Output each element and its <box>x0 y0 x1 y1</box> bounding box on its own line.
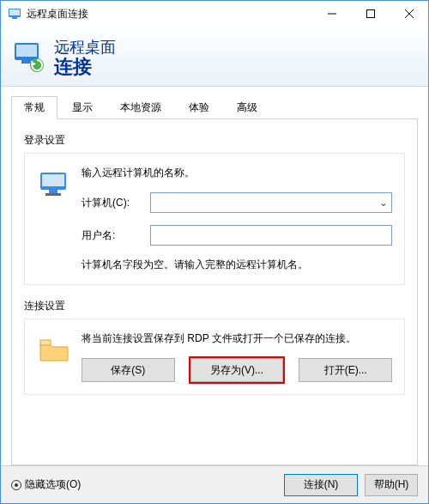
chevron-down-icon: ⌄ <box>379 197 388 209</box>
banner-title-2: 连接 <box>54 58 116 76</box>
minimize-button[interactable] <box>312 1 351 27</box>
save-button[interactable]: 保存(S) <box>82 358 175 382</box>
app-icon <box>8 7 21 21</box>
svg-rect-9 <box>21 60 32 64</box>
header-banner: 远程桌面 连接 <box>1 27 428 87</box>
svg-rect-4 <box>366 10 374 18</box>
close-button[interactable] <box>390 1 428 27</box>
svg-rect-14 <box>45 193 61 196</box>
svg-rect-1 <box>9 9 20 15</box>
connection-prompt: 将当前连接设置保存到 RDP 文件或打开一个已保存的连接。 <box>82 331 392 346</box>
svg-rect-15 <box>40 340 51 345</box>
username-label: 用户名: <box>82 228 150 243</box>
banner-title-1: 远程桌面 <box>54 37 116 58</box>
open-button[interactable]: 打开(E)... <box>299 358 392 382</box>
folder-icon <box>37 333 71 367</box>
window-buttons <box>312 1 428 27</box>
username-input[interactable] <box>150 225 392 246</box>
tab-display[interactable]: 显示 <box>59 96 106 118</box>
window-title: 远程桌面连接 <box>27 7 312 21</box>
computer-label: 计算机(C): <box>82 196 150 210</box>
collapse-up-icon <box>11 480 21 490</box>
tab-general[interactable]: 常规 <box>11 96 57 119</box>
svg-rect-8 <box>16 45 37 57</box>
login-prompt: 输入远程计算机的名称。 <box>82 166 392 180</box>
monitor-icon <box>37 167 71 202</box>
connect-button[interactable]: 连接(N) <box>284 474 358 496</box>
hide-options-label: 隐藏选项(O) <box>25 477 81 492</box>
connection-group: 将当前连接设置保存到 RDP 文件或打开一个已保存的连接。 保存(S) 另存为(… <box>24 319 405 395</box>
save-as-button[interactable]: 另存为(V)... <box>190 358 284 382</box>
login-group: 输入远程计算机的名称。 计算机(C): ⌄ 用户名: 计算机名字段为空。请输入完… <box>24 153 405 285</box>
svg-rect-13 <box>49 190 57 193</box>
tab-panel-general: 登录设置 输入远程计算机的名称。 计算机(C): ⌄ <box>11 119 418 465</box>
hide-options-toggle[interactable]: 隐藏选项(O) <box>11 477 277 492</box>
computer-combobox[interactable]: ⌄ <box>150 192 392 213</box>
svg-rect-12 <box>42 174 64 186</box>
rdp-large-icon <box>11 39 45 74</box>
maximize-button[interactable] <box>351 1 390 27</box>
tab-strip: 常规 显示 本地资源 体验 高级 <box>11 97 418 119</box>
tab-experience[interactable]: 体验 <box>176 96 222 118</box>
login-group-label: 登录设置 <box>24 133 405 148</box>
connection-group-label: 连接设置 <box>24 299 405 313</box>
tab-advanced[interactable]: 高级 <box>224 96 270 118</box>
tab-local-resources[interactable]: 本地资源 <box>107 96 174 118</box>
computer-empty-hint: 计算机名字段为空。请输入完整的远程计算机名。 <box>82 258 392 272</box>
footer: 隐藏选项(O) 连接(N) 帮助(H) <box>1 465 428 503</box>
client-area: 常规 显示 本地资源 体验 高级 登录设置 输入远程计算机的名称。 计算机(C)… <box>1 87 428 465</box>
svg-rect-2 <box>12 17 17 19</box>
titlebar: 远程桌面连接 <box>1 1 428 27</box>
help-button[interactable]: 帮助(H) <box>365 474 418 496</box>
